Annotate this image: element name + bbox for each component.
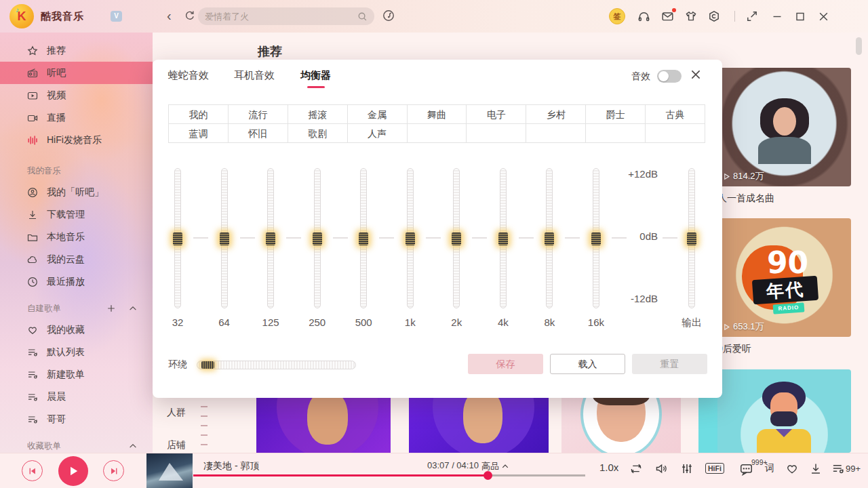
collapse-chevron-icon[interactable]	[128, 441, 138, 451]
back-icon[interactable]: ‹	[167, 8, 172, 23]
search-box[interactable]	[198, 7, 374, 25]
sidebar-item-radio[interactable]: 听吧	[0, 62, 153, 84]
eq-preset-button[interactable]	[586, 124, 646, 143]
eq-band-slider[interactable]	[314, 168, 321, 308]
vip-badge[interactable]: V	[111, 11, 122, 22]
eq-preset-button[interactable]: 舞曲	[408, 105, 467, 124]
eq-preset-button[interactable]	[408, 124, 467, 143]
radio-card-cover[interactable]: 90 年代 RADIO 653.1万	[717, 218, 851, 337]
favorite-heart-icon[interactable]	[785, 462, 799, 475]
signin-coin-icon[interactable]: 签	[609, 8, 625, 24]
eq-preset-button[interactable]: 歌剧	[288, 124, 348, 143]
sidebar-item-video[interactable]: 视频	[0, 84, 153, 106]
eq-slider-handle[interactable]	[545, 232, 554, 245]
sidebar-item-my-radio[interactable]: 我的「听吧」	[0, 181, 153, 203]
playlist-queue-icon[interactable]	[831, 462, 845, 475]
eq-preset-button[interactable]: 怀旧	[229, 124, 288, 143]
eq-output-slider[interactable]	[688, 168, 695, 308]
effect-toggle[interactable]	[657, 70, 682, 83]
eq-slider-handle[interactable]	[266, 232, 275, 245]
theme-shirt-icon[interactable]	[685, 10, 697, 22]
dj-cover-image[interactable]	[409, 397, 549, 453]
sidebar-item-playlist[interactable]: 哥哥	[0, 408, 153, 430]
maximize-button[interactable]	[795, 10, 806, 22]
sidebar-item-hifi[interactable]: HiFi发烧音乐	[0, 129, 153, 151]
music-recognition-icon[interactable]	[382, 9, 395, 22]
eq-preset-button[interactable]: 流行	[229, 105, 288, 124]
filter-label-crowd[interactable]: 人群	[167, 407, 186, 419]
card-title[interactable]: 0后爱听	[717, 343, 851, 355]
reset-button[interactable]: 重置	[632, 354, 707, 374]
eq-slider-handle[interactable]	[406, 232, 415, 245]
search-input[interactable]	[205, 12, 357, 22]
download-icon[interactable]	[809, 462, 823, 475]
eq-preset-button[interactable]: 爵士	[586, 105, 646, 124]
album-art[interactable]	[146, 453, 193, 488]
eq-slider-handle[interactable]	[687, 232, 696, 245]
scrollbar[interactable]	[856, 37, 862, 55]
sidebar-item-playlist[interactable]: 新建歌单	[0, 363, 153, 386]
load-button[interactable]: 载入	[550, 354, 625, 374]
volume-icon[interactable]	[654, 462, 668, 475]
eq-slider-handle[interactable]	[452, 232, 461, 245]
playback-speed[interactable]: 1.0x	[599, 462, 618, 473]
eq-preset-button[interactable]	[646, 124, 705, 143]
headphones-icon[interactable]	[637, 10, 650, 22]
eq-preset-button[interactable]	[467, 124, 526, 143]
eq-preset-button[interactable]: 人声	[348, 124, 408, 143]
tab-headphone-effects[interactable]: 耳机音效	[234, 69, 275, 82]
sidebar-item-recent[interactable]: 最近播放	[0, 270, 153, 293]
song-title[interactable]: 凄美地 - 郭顶	[203, 460, 259, 472]
sidebar-item-recommend[interactable]: 推荐	[0, 39, 153, 62]
close-button[interactable]	[818, 10, 829, 22]
radio-card-cover[interactable]	[717, 369, 851, 453]
sidebar-item-cloud-drive[interactable]: 我的云盘	[0, 248, 153, 270]
portrait-cover-image[interactable]	[561, 397, 681, 453]
progress-bar[interactable]	[193, 474, 585, 476]
sidebar-item-playlist[interactable]: 晨晨	[0, 386, 153, 408]
eq-preset-button[interactable]: 金属	[348, 105, 408, 124]
sidebar-item-downloads[interactable]: 下载管理	[0, 203, 153, 226]
eq-band-slider[interactable]	[407, 168, 414, 308]
mini-mode-icon[interactable]	[746, 10, 758, 22]
sidebar-item-playlist[interactable]: 默认列表	[0, 341, 153, 363]
add-playlist-icon[interactable]	[106, 304, 116, 313]
eq-band-slider[interactable]	[267, 168, 274, 308]
eq-preset-button[interactable]: 摇滚	[288, 105, 348, 124]
settings-icon[interactable]	[708, 10, 720, 22]
play-mode-icon[interactable]	[629, 462, 643, 475]
dj-cover-image[interactable]	[256, 397, 391, 453]
previous-track-button[interactable]	[22, 460, 43, 481]
mail-icon[interactable]	[661, 10, 674, 22]
surround-slider[interactable]	[197, 361, 356, 369]
eq-band-slider[interactable]	[546, 168, 553, 308]
tab-viper-effects[interactable]: 蝰蛇音效	[168, 69, 209, 82]
eq-band-slider[interactable]	[593, 168, 599, 308]
eq-preset-button[interactable]: 蓝调	[169, 124, 229, 143]
eq-slider-handle[interactable]	[220, 232, 229, 245]
eq-preset-button[interactable]: 电子	[467, 105, 526, 124]
radio-card[interactable]: 90 年代 RADIO 653.1万 0后爱听	[717, 218, 851, 355]
eq-preset-button[interactable]	[526, 124, 586, 143]
play-button[interactable]	[58, 456, 88, 486]
progress-fill[interactable]	[193, 474, 488, 476]
search-icon[interactable]	[357, 12, 368, 22]
sidebar-item-favorites[interactable]: 我的收藏	[0, 319, 153, 341]
filter-label-shop[interactable]: 店铺	[167, 439, 186, 451]
eq-band-slider[interactable]	[360, 168, 367, 308]
minimize-button[interactable]	[772, 10, 783, 22]
eq-band-slider[interactable]	[453, 168, 460, 308]
eq-band-slider[interactable]	[174, 168, 181, 308]
eq-slider-handle[interactable]	[498, 232, 508, 245]
tab-equalizer[interactable]: 均衡器	[300, 69, 331, 82]
eq-slider-handle[interactable]	[591, 232, 601, 245]
radio-card[interactable]: 814.2万 人一首成名曲	[717, 68, 851, 205]
hifi-badge[interactable]: HiFi	[705, 463, 724, 474]
app-logo-icon[interactable]: K♪	[9, 4, 34, 28]
radio-card-cover[interactable]: 814.2万	[717, 68, 851, 186]
quality-selector[interactable]: 高品	[481, 460, 509, 472]
radio-card[interactable]	[717, 369, 851, 453]
eq-slider-handle[interactable]	[173, 232, 182, 245]
eq-preset-button[interactable]: 乡村	[526, 105, 586, 124]
eq-preset-button[interactable]: 古典	[646, 105, 705, 124]
